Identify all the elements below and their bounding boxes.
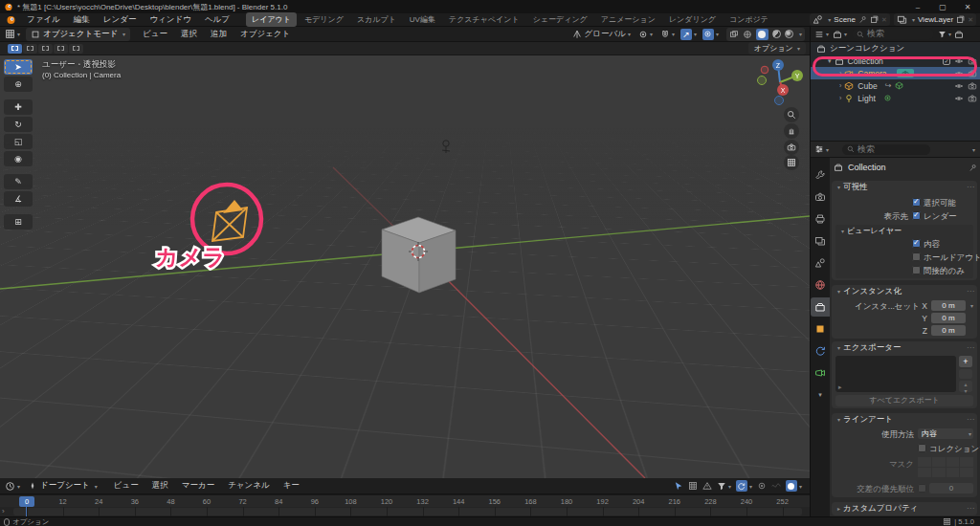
render-checkbox[interactable] — [912, 211, 921, 220]
collection-checkbox[interactable]: ✓ — [943, 57, 950, 65]
outliner-item-label[interactable]: シーンコレクション — [830, 43, 904, 55]
scene-selector[interactable]: ▾ Scene ✕ — [810, 13, 890, 26]
mask-bit[interactable] — [918, 457, 931, 467]
proportional-editing-dropdown[interactable]: ▾ — [736, 480, 752, 492]
hide-viewport-icon[interactable] — [954, 69, 964, 78]
shading-material-icon[interactable] — [772, 30, 781, 38]
hide-viewport-icon[interactable] — [954, 81, 964, 91]
contents-checkbox[interactable] — [912, 239, 921, 248]
properties-tab-object[interactable] — [811, 319, 830, 339]
outliner-filter-dropdown[interactable]: ▾ — [938, 30, 951, 38]
shading-solid-icon[interactable] — [756, 29, 768, 40]
measure-tool[interactable]: ∡ — [4, 191, 33, 207]
usage-dropdown[interactable]: 内容▾ — [918, 428, 973, 439]
priority-value[interactable]: 0 — [929, 483, 973, 493]
viewport-menu-オブジェクト[interactable]: オブジェクト — [234, 27, 297, 42]
pin-icon[interactable] — [858, 15, 867, 24]
viewport-menu-ビュー[interactable]: ビュー — [136, 27, 174, 42]
outliner-editor-type-button[interactable]: ▾ — [814, 30, 829, 39]
outliner-search-input[interactable]: 検索 — [852, 29, 934, 39]
menu-ファイル[interactable]: ファイル — [20, 12, 67, 28]
transform-tool[interactable]: ◉ — [4, 151, 33, 166]
properties-tab-collection[interactable] — [811, 297, 830, 317]
indirect-only-checkbox[interactable] — [912, 266, 921, 274]
menu-ヘルプ[interactable]: ヘルプ — [198, 12, 236, 28]
panel-line-art-header[interactable]: ▾ラインアート⋯ — [832, 413, 977, 426]
add-cube-tool[interactable]: ⊞ — [4, 214, 33, 230]
workspace-tab[interactable]: コンポジティング — [724, 12, 768, 27]
instance-offset-z[interactable]: 0 m — [931, 325, 966, 336]
properties-tab-render[interactable] — [811, 187, 830, 207]
blender-menu-icon[interactable] — [6, 14, 16, 25]
workspace-tab[interactable]: スカルプト — [351, 12, 402, 27]
workspace-tab[interactable]: モデリング — [299, 12, 349, 27]
disable-render-icon[interactable] — [968, 94, 977, 103]
hide-viewport-icon[interactable] — [954, 56, 964, 66]
expand-icon[interactable]: › — [839, 70, 841, 77]
new-scene-icon[interactable] — [870, 15, 879, 24]
navigation-gizmo[interactable]: Z Y X — [755, 57, 807, 109]
outliner-row-Cube[interactable]: ›Cube↪ — [811, 79, 980, 92]
tweak-tool-icon[interactable] — [674, 481, 683, 491]
mask-bit[interactable] — [960, 457, 973, 467]
export-all-button[interactable]: すべてエクスポート — [835, 395, 973, 406]
mask-bit[interactable] — [947, 457, 960, 467]
properties-tab-tool[interactable] — [811, 165, 830, 185]
select-mode-extend[interactable] — [23, 44, 37, 54]
editor-type-button[interactable]: ▾ — [5, 29, 20, 39]
move-exporter-buttons[interactable]: ▴▾ — [959, 381, 972, 392]
close-button[interactable]: ✕ — [955, 3, 980, 11]
view-layer-selector[interactable]: ▾ ViewLayer ✕ — [894, 13, 976, 26]
outliner-item-label[interactable]: Collection — [848, 56, 883, 66]
mask-bit[interactable] — [932, 457, 946, 467]
holdout-checkbox[interactable] — [912, 252, 921, 261]
instance-offset-y[interactable]: 0 m — [931, 313, 966, 323]
scale-tool[interactable]: ◱ — [4, 134, 33, 149]
workspace-tab[interactable]: シェーディング — [527, 12, 593, 27]
viewport-3d[interactable]: カメラ ユーザー・透視投影 (0) Collection | Camera ➤⊕… — [0, 55, 810, 478]
dope-menu-チャンネル[interactable]: チャンネル — [221, 478, 277, 493]
pan-button[interactable] — [784, 123, 799, 139]
dope-menu-選択[interactable]: 選択 — [145, 478, 175, 493]
outliner-item-label[interactable]: Light — [858, 94, 875, 103]
new-view-layer-icon[interactable] — [956, 15, 965, 24]
exporter-list[interactable]: ▸ — [835, 356, 956, 392]
properties-tab-data[interactable] — [811, 363, 830, 383]
disable-render-icon[interactable] — [968, 56, 977, 66]
workspace-tab[interactable]: アニメーション — [595, 12, 661, 27]
pin-icon[interactable] — [969, 164, 977, 172]
disable-render-icon[interactable] — [968, 81, 977, 91]
panel-instancing-header[interactable]: ▾インスタンス化⋯ — [832, 285, 977, 297]
outliner-row-Collection[interactable]: ▾Collection✓ — [811, 55, 980, 67]
gizmos-dropdown[interactable]: ▾ — [702, 29, 719, 40]
instance-offset-x[interactable]: 0 m — [931, 300, 966, 311]
shading-rendered-icon[interactable] — [785, 30, 793, 38]
dope-mode-dropdown[interactable]: ドープシート▾ — [28, 480, 98, 492]
filter-dropdown[interactable]: ▾ — [717, 481, 731, 491]
selectable-checkbox[interactable] — [912, 198, 921, 207]
dope-menu-ビュー[interactable]: ビュー — [107, 478, 145, 493]
workspace-tab[interactable]: レイアウト — [246, 12, 297, 27]
properties-options-dropdown[interactable]: ▾ — [972, 146, 975, 153]
outliner-item-label[interactable]: Camera — [858, 69, 886, 78]
channel-expand-icon[interactable]: › — [2, 507, 5, 515]
annotate-tool[interactable]: ✎ — [4, 174, 33, 189]
maximize-button[interactable]: ▢ — [930, 3, 955, 11]
select-mode-subtract[interactable] — [38, 44, 53, 54]
workspace-tab[interactable]: レンダリング — [663, 12, 722, 27]
transform-orientation-dropdown[interactable]: グローバル▾ — [572, 29, 631, 40]
move-tool[interactable]: ✚ — [4, 99, 33, 115]
tabs-overflow-chevron[interactable]: ▾ — [811, 385, 830, 405]
priority-checkbox[interactable] — [918, 484, 926, 493]
snap-keys-icon[interactable] — [688, 481, 698, 491]
zoom-button[interactable] — [784, 107, 799, 122]
collapse-icon[interactable]: ▾ — [828, 57, 832, 65]
snap-toggle[interactable]: ▾ — [660, 30, 675, 39]
panel-visibility-header[interactable]: ▾可視性⋯ — [832, 181, 977, 193]
mask-bit[interactable] — [947, 468, 960, 477]
select-mode-invert[interactable] — [54, 44, 68, 54]
panel-custom-properties[interactable]: ▸カスタムプロパティ⋯ — [832, 502, 977, 515]
outliner-row-シーンコレクション[interactable]: シーンコレクション — [811, 42, 980, 55]
properties-tab-physics[interactable] — [811, 341, 830, 361]
disable-render-icon[interactable] — [968, 69, 977, 78]
